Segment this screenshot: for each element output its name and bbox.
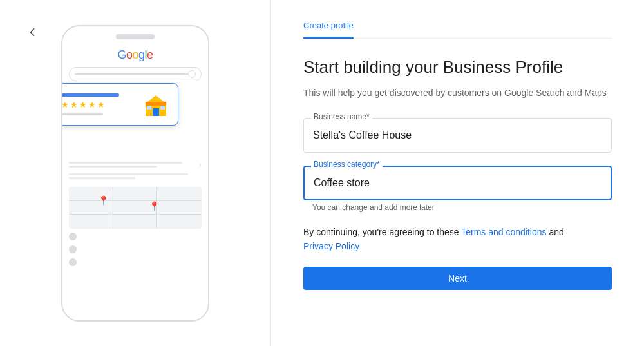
clock-icon	[69, 233, 77, 240]
phone-mockup: Google ★ ★ ★ ★ ★	[61, 25, 209, 322]
page-title: Start building your Business Profile	[303, 57, 612, 79]
privacy-policy-link[interactable]: Privacy Policy	[303, 241, 359, 251]
terms-conditions-link[interactable]: Terms and conditions	[461, 227, 546, 237]
phone-list: ›	[69, 160, 202, 183]
right-panel: Create profile Start building your Busin…	[270, 0, 644, 346]
phone-search-bar	[69, 67, 202, 81]
phone-content: Google ★ ★ ★ ★ ★	[62, 44, 208, 320]
map-pin-icon: 📍	[149, 201, 160, 211]
google-logo: Google	[117, 48, 153, 62]
svg-rect-1	[153, 108, 159, 116]
card-title-bar	[61, 93, 119, 97]
terms-text: By continuing, you're agreeing to these …	[303, 225, 612, 254]
next-button[interactable]: Next	[303, 267, 612, 290]
store-icon	[142, 90, 170, 119]
star-rating: ★ ★ ★ ★ ★	[61, 100, 119, 110]
svg-rect-5	[160, 106, 165, 110]
business-category-field-group: Business category* You can change and ad…	[303, 166, 612, 212]
chevron-right-icon: ›	[199, 160, 202, 169]
phone-map: 📍 📍	[69, 187, 202, 229]
globe-icon	[69, 258, 77, 266]
list-item: ›	[69, 160, 202, 169]
field-hint-text: You can change and add more later	[312, 203, 612, 212]
business-name-input[interactable]	[303, 118, 612, 153]
search-icon	[188, 70, 196, 78]
business-name-field-group: Business name*	[303, 118, 612, 153]
tab-create-profile[interactable]: Create profile	[303, 21, 354, 38]
left-panel: Google ★ ★ ★ ★ ★	[0, 0, 270, 346]
card-subtitle-bar	[61, 113, 103, 115]
phone-icon	[69, 245, 77, 253]
phone-notch	[116, 34, 155, 39]
svg-rect-4	[147, 106, 151, 110]
page-subtitle: This will help you get discovered by cus…	[303, 86, 612, 100]
svg-rect-3	[146, 102, 166, 106]
list-item	[69, 173, 202, 179]
business-card-info: ★ ★ ★ ★ ★	[61, 93, 119, 115]
progress-tabs: Create profile	[303, 21, 612, 39]
map-location-icon: 📍	[98, 195, 109, 206]
business-category-input[interactable]	[303, 166, 612, 200]
back-button[interactable]	[26, 26, 39, 42]
business-card-popup: ★ ★ ★ ★ ★	[61, 83, 178, 126]
phone-bottom-items	[69, 233, 202, 271]
